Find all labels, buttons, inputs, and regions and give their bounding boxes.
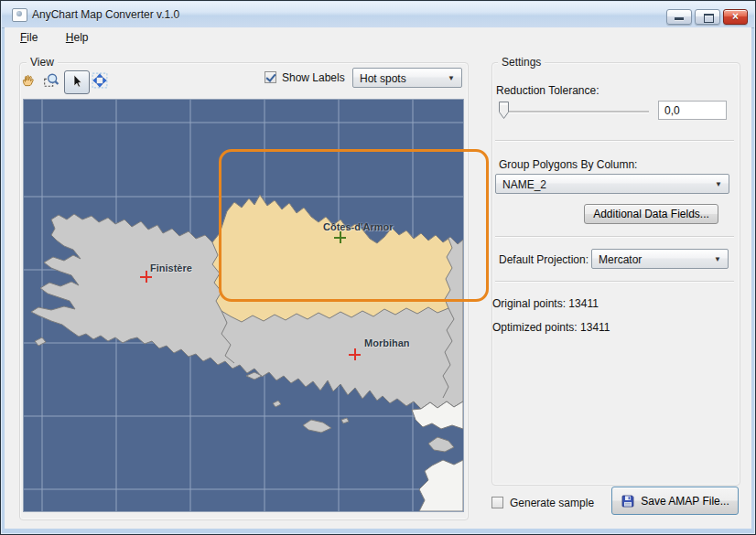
default-projection-label: Default Projection: bbox=[499, 253, 589, 266]
group-by-value: NAME_2 bbox=[502, 178, 546, 191]
separator bbox=[495, 236, 734, 238]
show-labels-checkbox[interactable] bbox=[265, 71, 276, 83]
settings-groupbox bbox=[491, 62, 740, 486]
view-group-label: View bbox=[27, 56, 58, 69]
fit-view-button[interactable] bbox=[92, 72, 110, 91]
labels-mode-value: Hot spots bbox=[360, 72, 406, 85]
projection-value: Mercator bbox=[599, 253, 642, 266]
save-amap-label: Save AMAP File... bbox=[641, 495, 729, 508]
window-title: AnyChart Map Converter v.1.0 bbox=[32, 8, 179, 21]
app-icon bbox=[12, 8, 27, 22]
zoom-region-button[interactable] bbox=[43, 72, 61, 91]
select-tool-button[interactable] bbox=[64, 70, 90, 94]
separator bbox=[495, 281, 734, 283]
original-points-text: Original points: 13411 bbox=[492, 297, 599, 310]
chevron-down-icon: ▼ bbox=[448, 74, 455, 82]
generate-sample-label: Generate sample bbox=[510, 497, 594, 509]
cursor-icon bbox=[69, 74, 83, 89]
pan-tool-button[interactable] bbox=[20, 72, 38, 91]
title-bar[interactable]: AnyChart Map Converter v.1.0 bbox=[2, 2, 754, 28]
red-cross-marker-morbihan bbox=[349, 348, 361, 360]
show-labels-label: Show Labels bbox=[282, 71, 345, 84]
close-icon: × bbox=[732, 10, 739, 23]
additional-data-fields-button[interactable]: Additional Data Fields... bbox=[584, 204, 718, 224]
red-cross-marker-finistere bbox=[140, 271, 152, 283]
chevron-down-icon: ▼ bbox=[714, 255, 721, 263]
app-window: AnyChart Map Converter v.1.0 × File Help… bbox=[0, 0, 756, 535]
menu-item-file[interactable]: File bbox=[11, 28, 47, 47]
settings-group-label: Settings bbox=[498, 56, 545, 69]
region-label-finistere: Finistère bbox=[150, 262, 192, 273]
chevron-down-icon: ▼ bbox=[715, 180, 722, 188]
generate-sample-checkbox[interactable] bbox=[491, 497, 503, 508]
zoom-region-icon bbox=[43, 72, 59, 89]
projection-select[interactable]: Mercator ▼ bbox=[591, 249, 729, 269]
save-icon bbox=[621, 494, 635, 508]
hand-icon bbox=[20, 72, 37, 89]
maximize-button[interactable] bbox=[695, 9, 720, 25]
region-label-morbihan: Morbihan bbox=[364, 337, 410, 348]
menu-item-help[interactable]: Help bbox=[57, 28, 98, 47]
slider-thumb[interactable] bbox=[499, 102, 510, 123]
selection-rectangle bbox=[219, 149, 489, 302]
group-by-label: Group Polygons By Column: bbox=[499, 158, 637, 171]
save-amap-button[interactable]: Save AMAP File... bbox=[611, 487, 739, 515]
maximize-icon bbox=[704, 14, 714, 23]
labels-mode-select[interactable]: Hot spots ▼ bbox=[352, 68, 462, 88]
fit-icon bbox=[92, 72, 108, 89]
reduction-tolerance-label: Reduction Tolerance: bbox=[496, 84, 599, 97]
separator bbox=[495, 140, 734, 142]
menu-bar: File Help bbox=[5, 28, 751, 48]
reduction-tolerance-slider[interactable] bbox=[500, 111, 649, 112]
group-by-select[interactable]: NAME_2 ▼ bbox=[495, 174, 729, 194]
minimize-button[interactable] bbox=[666, 9, 692, 25]
minimize-icon bbox=[675, 17, 684, 20]
reduction-tolerance-input[interactable] bbox=[658, 101, 727, 120]
optimized-points-text: Optimized points: 13411 bbox=[492, 321, 610, 334]
close-button[interactable]: × bbox=[723, 9, 748, 25]
